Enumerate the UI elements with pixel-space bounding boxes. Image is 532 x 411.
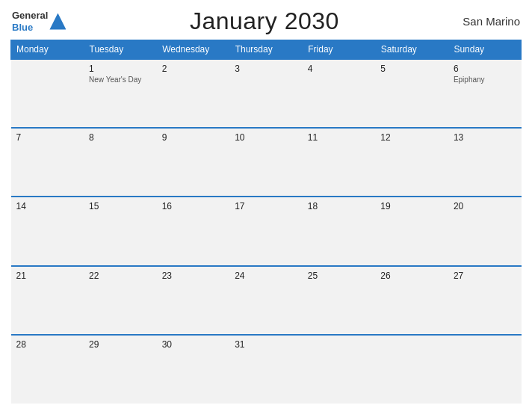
calendar-cell: 3: [229, 59, 303, 128]
calendar-cell: 24: [229, 266, 303, 335]
day-number: 17: [235, 201, 297, 211]
holiday-name: New Year's Day: [89, 75, 152, 84]
day-number: 1: [89, 64, 152, 74]
weekday-header-tuesday: Tuesday: [84, 40, 157, 60]
calendar-cell: 11: [303, 128, 376, 197]
logo-general-text: GeneralBlue: [12, 10, 48, 33]
holiday-name: Epiphany: [454, 75, 516, 84]
calendar-cell: 12: [375, 128, 448, 197]
calendar-cell: 4: [303, 59, 376, 128]
day-number: 9: [162, 132, 225, 143]
calendar-table: MondayTuesdayWednesdayThursdayFridaySatu…: [10, 40, 522, 404]
day-number: 27: [454, 271, 516, 281]
calendar-cell: 18: [303, 197, 376, 265]
day-number: 26: [380, 271, 443, 281]
calendar-cell: 13: [448, 128, 522, 197]
day-number: 11: [308, 132, 371, 143]
calendar-tbody: 1New Year's Day23456Epiphany789101112131…: [11, 59, 522, 404]
weekday-header-sunday: Sunday: [448, 40, 522, 60]
day-number: 6: [454, 64, 516, 74]
day-number: 19: [380, 201, 443, 211]
day-number: 12: [380, 132, 443, 143]
calendar-cell: 7: [11, 128, 84, 197]
calendar-cell: 29: [84, 335, 157, 404]
calendar-cell: 5: [375, 59, 448, 128]
day-number: 18: [308, 201, 371, 211]
calendar-country: San Marino: [463, 15, 520, 28]
day-number: 5: [380, 64, 443, 74]
weekday-header-wednesday: Wednesday: [157, 40, 230, 60]
day-number: 4: [308, 64, 371, 74]
day-number: 13: [454, 132, 516, 143]
calendar-week-row: 1New Year's Day23456Epiphany: [11, 59, 522, 128]
weekday-header-monday: Monday: [11, 40, 84, 60]
day-number: 24: [235, 271, 297, 281]
day-number: 29: [89, 339, 152, 350]
calendar-cell: 14: [11, 197, 84, 265]
calendar-cell: 1New Year's Day: [84, 59, 157, 128]
calendar-cell: 10: [229, 128, 303, 197]
day-number: 15: [89, 201, 152, 211]
logo-triangle-icon: [49, 13, 66, 30]
day-number: 21: [16, 271, 79, 281]
day-number: 2: [162, 64, 225, 74]
weekday-header-thursday: Thursday: [229, 40, 303, 60]
day-number: 3: [235, 64, 297, 74]
calendar-cell: 6Epiphany: [448, 59, 522, 128]
calendar-week-row: 14151617181920: [11, 197, 522, 265]
day-number: 20: [454, 201, 516, 211]
calendar-title: January 2030: [190, 7, 339, 35]
calendar-cell: [11, 59, 84, 128]
calendar-cell: 17: [229, 197, 303, 265]
calendar-cell: 30: [157, 335, 230, 404]
calendar-cell: [375, 335, 448, 404]
calendar-cell: 9: [157, 128, 230, 197]
day-number: 22: [89, 271, 152, 281]
day-number: 7: [16, 132, 79, 143]
calendar-cell: 16: [157, 197, 230, 265]
weekday-header-friday: Friday: [303, 40, 376, 60]
weekday-header-saturday: Saturday: [375, 40, 448, 60]
calendar-cell: 20: [448, 197, 522, 265]
calendar-week-row: 28293031: [11, 335, 522, 404]
logo-blue-text: Blue: [12, 22, 33, 33]
day-number: 8: [89, 132, 152, 143]
calendar-week-row: 21222324252627: [11, 266, 522, 335]
calendar-cell: 2: [157, 59, 230, 128]
calendar-wrapper: GeneralBlue January 2030 San Marino Mond…: [0, 0, 532, 411]
calendar-cell: 21: [11, 266, 84, 335]
calendar-cell: 23: [157, 266, 230, 335]
calendar-cell: 31: [229, 335, 303, 404]
calendar-cell: 26: [375, 266, 448, 335]
calendar-header: GeneralBlue January 2030 San Marino: [10, 7, 522, 35]
weekday-header-row: MondayTuesdayWednesdayThursdayFridaySatu…: [11, 40, 522, 60]
day-number: 16: [162, 201, 225, 211]
calendar-thead: MondayTuesdayWednesdayThursdayFridaySatu…: [11, 40, 522, 60]
day-number: 23: [162, 271, 225, 281]
calendar-cell: [303, 335, 376, 404]
calendar-cell: 27: [448, 266, 522, 335]
calendar-cell: [448, 335, 522, 404]
calendar-cell: 25: [303, 266, 376, 335]
calendar-cell: 8: [84, 128, 157, 197]
day-number: 14: [16, 201, 79, 211]
day-number: 25: [308, 271, 371, 281]
calendar-cell: 19: [375, 197, 448, 265]
calendar-cell: 22: [84, 266, 157, 335]
calendar-cell: 28: [11, 335, 84, 404]
day-number: 31: [235, 339, 297, 350]
day-number: 28: [16, 339, 79, 350]
logo: GeneralBlue: [12, 10, 66, 33]
day-number: 30: [162, 339, 225, 350]
day-number: 10: [235, 132, 297, 143]
calendar-week-row: 78910111213: [11, 128, 522, 197]
calendar-cell: 15: [84, 197, 157, 265]
